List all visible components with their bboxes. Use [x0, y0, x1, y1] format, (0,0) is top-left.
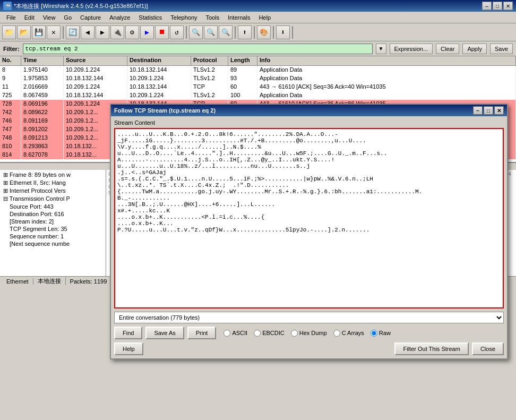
packet-row[interactable]: 11 2.016669 10.209.1.224 10.18.132.144 T…	[0, 83, 516, 91]
menu-tools[interactable]: Tools	[202, 13, 224, 22]
expression-button[interactable]: Expression...	[390, 44, 433, 54]
tb-auto-scroll[interactable]: ⬇	[276, 25, 290, 39]
radio-hexdump[interactable]: Hex Dump	[291, 330, 327, 337]
tb-zoom-out[interactable]: 🔍	[204, 25, 218, 39]
tb-new[interactable]: 📁	[2, 25, 16, 39]
toolbar-sep4	[254, 26, 255, 39]
tree-item-frame[interactable]: ⊞ Frame 8: 89 bytes on w	[1, 171, 105, 179]
close-window-button[interactable]: ✕	[503, 2, 513, 10]
menu-bar: File Edit View Go Capture Analyze Statis…	[0, 12, 516, 23]
tb-capture-iface[interactable]: 🔌	[110, 25, 124, 39]
tb-reload[interactable]: 🔄	[66, 25, 80, 39]
tb-capture-opts[interactable]: ⚙	[125, 25, 139, 39]
button-row-1: Find Save As Print ASCII EBCDIC Hex Dump…	[114, 327, 504, 339]
tb-open[interactable]: 📂	[17, 25, 31, 39]
radio-hexdump-input[interactable]	[291, 330, 298, 337]
radio-raw[interactable]: Raw	[371, 330, 391, 337]
header-source: Source	[64, 56, 127, 65]
tree-item-nextseq[interactable]: [Next sequence numbe	[1, 240, 105, 247]
radio-ascii-label: ASCII	[232, 330, 247, 336]
maximize-button[interactable]: □	[493, 2, 502, 10]
menu-telephony[interactable]: Telephony	[166, 13, 201, 22]
dialog-close-button[interactable]: ✕	[494, 106, 504, 115]
close-dialog-button[interactable]: Close	[472, 342, 504, 355]
status-packets: Packets: 1199	[66, 278, 112, 285]
dialog-title-bar: Follow TCP Stream (tcp.stream eq 2) – □ …	[111, 105, 507, 116]
radio-carrays-label: C Arrays	[342, 330, 364, 336]
tree-item-srcport[interactable]: Source Port: 443	[1, 203, 105, 210]
tb-close[interactable]: ✕	[47, 25, 61, 39]
stream-content-label: Stream Content	[114, 119, 504, 126]
dialog-content: Stream Content .....u...U...K.B...0.+.2.…	[111, 116, 507, 358]
encoding-radio-group: ASCII EBCDIC Hex Dump C Arrays Raw	[223, 330, 390, 337]
tree-item-seglen[interactable]: TCP Segment Len: 35	[1, 225, 105, 233]
header-protocol: Protocol	[191, 56, 228, 65]
save-as-button[interactable]: Save As	[145, 327, 184, 339]
filter-out-stream-button[interactable]: Filter Out This Stream	[394, 342, 468, 355]
radio-carrays[interactable]: C Arrays	[333, 330, 364, 337]
clear-filter-button[interactable]: Clear	[436, 44, 459, 54]
filter-bar: Filter: ▼ Expression... Clear Apply Save	[0, 41, 516, 56]
tb-save[interactable]: 💾	[32, 25, 46, 39]
print-button[interactable]: Print	[187, 327, 217, 339]
conversation-select[interactable]: Entire conversation (779 bytes)	[114, 312, 504, 323]
toolbar: 📁 📂 💾 ✕ 🔄 ◀ ▶ 🔌 ⚙ ▶ ⏹ ↺ 🔍 🔍 🔍 ⬆ 🎨 ⬇	[0, 23, 516, 41]
tree-item-tcp[interactable]: ⊟ Transmission Control P	[1, 195, 105, 203]
dialog-title-text: Follow TCP Stream (tcp.stream eq 2)	[114, 107, 472, 114]
tb-back[interactable]: ◀	[81, 25, 94, 39]
conversation-row: Entire conversation (779 bytes)	[114, 312, 504, 323]
radio-ebcdic-input[interactable]	[254, 330, 261, 337]
menu-go[interactable]: Go	[59, 13, 76, 22]
radio-ascii-input[interactable]	[223, 330, 230, 337]
tb-capture-start[interactable]: ▶	[140, 25, 154, 39]
menu-analyze[interactable]: Analyze	[105, 13, 134, 22]
dialog-maximize-button[interactable]: □	[484, 106, 493, 115]
header-no: No.	[0, 56, 21, 65]
header-time: Time	[21, 56, 64, 65]
menu-capture[interactable]: Capture	[76, 13, 105, 22]
tree-item-ethernet[interactable]: ⊞ Ethernet II, Src: Hang	[1, 179, 105, 187]
find-button[interactable]: Find	[114, 327, 142, 339]
filter-dropdown-btn[interactable]: ▼	[376, 44, 386, 54]
toolbar-sep2	[186, 26, 187, 39]
packet-tree: ⊞ Frame 8: 89 bytes on w ⊞ Ethernet II, …	[0, 170, 106, 276]
save-filter-button[interactable]: Save	[490, 44, 513, 54]
packet-row[interactable]: 9 1.975853 10.18.132.144 10.209.1.224 TL…	[0, 74, 516, 83]
radio-raw-input[interactable]	[371, 330, 377, 337]
radio-carrays-input[interactable]	[333, 330, 340, 337]
status-file: 本地连接	[33, 277, 66, 285]
help-button[interactable]: Help	[114, 342, 143, 355]
header-length: Length	[228, 56, 257, 65]
radio-ascii[interactable]: ASCII	[223, 330, 247, 337]
app-icon: 🦈	[3, 2, 12, 10]
tb-capture-stop[interactable]: ⏹	[155, 25, 169, 39]
packet-row[interactable]: 8 1.975140 10.209.1.224 10.18.132.144 TL…	[0, 66, 516, 74]
menu-statistics[interactable]: Statistics	[134, 13, 166, 22]
menu-help[interactable]: Help	[254, 13, 275, 22]
radio-ebcdic[interactable]: EBCDIC	[254, 330, 285, 337]
menu-internals[interactable]: Internals	[223, 13, 254, 22]
menu-file[interactable]: File	[2, 13, 20, 22]
tb-capture-restart[interactable]: ↺	[170, 25, 184, 39]
dialog-minimize-button[interactable]: –	[473, 106, 483, 115]
packet-row[interactable]: 725 8.067459 10.18.132.144 10.209.1.224 …	[0, 91, 516, 100]
tb-resize-col[interactable]: ⬆	[238, 25, 252, 39]
apply-filter-button[interactable]: Apply	[462, 44, 487, 54]
filter-input[interactable]	[23, 44, 373, 54]
tree-item-ip[interactable]: ⊞ Internet Protocol Vers	[1, 187, 105, 195]
tb-zoom-in[interactable]: 🔍	[189, 25, 203, 39]
tree-item-seqno[interactable]: Sequence number: 1	[1, 233, 105, 240]
packet-list-header: No. Time Source Destination Protocol Len…	[0, 56, 516, 66]
button-row-2: Help Filter Out This Stream Close	[114, 342, 504, 355]
toolbar-sep5	[273, 26, 274, 39]
tb-fwd[interactable]: ▶	[96, 25, 109, 39]
tb-colorize[interactable]: 🎨	[257, 25, 271, 39]
menu-edit[interactable]: Edit	[20, 13, 39, 22]
tree-item-stream[interactable]: [Stream index: 2]	[1, 218, 105, 225]
follow-tcp-dialog: Follow TCP Stream (tcp.stream eq 2) – □ …	[110, 104, 508, 359]
tb-zoom-reset[interactable]: 🔍	[219, 25, 233, 39]
stream-content-box[interactable]: .....u...U...K.B...0.+.2.O...8k!6......"…	[114, 128, 504, 308]
minimize-button[interactable]: –	[482, 2, 492, 10]
menu-view[interactable]: View	[39, 13, 60, 22]
tree-item-dstport[interactable]: Destination Port: 616	[1, 210, 105, 218]
